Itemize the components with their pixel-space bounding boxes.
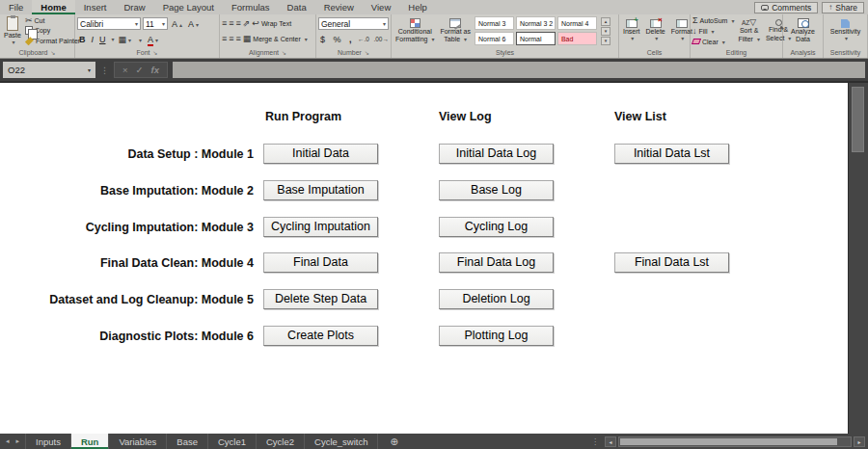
share-button[interactable]: ↑ Share: [822, 2, 864, 13]
plotting-log-button[interactable]: Plotting Log: [439, 326, 554, 346]
scroll-right-icon[interactable]: ▸: [854, 436, 865, 447]
sheet-tab-inputs[interactable]: Inputs: [25, 434, 71, 449]
name-box-dropdown-icon[interactable]: ▾: [88, 66, 91, 73]
final-data-log-button[interactable]: Final Data Log: [439, 252, 554, 273]
delete-cells-button[interactable]: Delete ▾: [644, 15, 667, 46]
style-normal-6[interactable]: Normal 6: [475, 32, 514, 45]
cancel-icon[interactable]: ×: [122, 65, 128, 75]
ribbon-tab-home[interactable]: Home: [32, 0, 74, 14]
ribbon-tab-review[interactable]: Review: [315, 0, 363, 14]
number-dialog-launcher[interactable]: ↘: [365, 50, 369, 56]
copy-button[interactable]: Copy: [25, 26, 80, 35]
final-data-button[interactable]: Final Data: [263, 252, 378, 273]
accounting-format-button[interactable]: $: [318, 35, 327, 44]
styles-scroll-up-button[interactable]: ▴: [601, 17, 610, 26]
fill-button[interactable]: ↓Fill▾: [692, 27, 734, 36]
merge-center-button[interactable]: ▦Merge & Center▾: [243, 35, 308, 43]
style-normal[interactable]: Normal: [516, 32, 556, 45]
decrease-font-size-button[interactable]: A▾: [186, 19, 201, 29]
create-plots-button[interactable]: Create Plots: [263, 326, 378, 346]
cycling-log-button[interactable]: Cycling Log: [439, 217, 554, 237]
sheet-nav-left-icon[interactable]: ◂: [6, 437, 10, 445]
percent-style-button[interactable]: %: [332, 35, 343, 44]
initial-data-lst-button[interactable]: Initial Data Lst: [614, 144, 729, 164]
align-bottom-icon[interactable]: ≡: [236, 19, 241, 28]
align-middle-icon[interactable]: ≡: [229, 19, 233, 28]
ribbon-tab-view[interactable]: View: [363, 0, 399, 14]
align-center-icon[interactable]: ≡: [229, 35, 233, 43]
new-sheet-icon[interactable]: ⊕: [378, 434, 409, 449]
scroll-left-icon[interactable]: ◂: [605, 436, 616, 447]
enter-icon[interactable]: ✓: [136, 65, 144, 75]
ribbon-tab-file[interactable]: File: [0, 0, 32, 14]
bold-button[interactable]: B: [77, 35, 88, 44]
styles-scroll-down-button[interactable]: ▾: [601, 27, 610, 36]
horizontal-scrollbar-track[interactable]: [618, 436, 852, 447]
sort-filter-button[interactable]: AZ▽ Sort & Filter ▾: [736, 15, 762, 46]
vertical-scrollbar-thumb[interactable]: [852, 87, 864, 152]
sheet-tab-run[interactable]: Run: [71, 434, 109, 449]
alignment-dialog-launcher[interactable]: ↘: [282, 50, 286, 56]
comma-style-button[interactable]: ,: [347, 35, 354, 44]
cycling-imputation-button[interactable]: Cycling Imputation: [263, 217, 378, 237]
initial-data-button[interactable]: Initial Data: [263, 144, 378, 164]
base-log-button[interactable]: Base Log: [439, 180, 554, 200]
sheet-tab-cycle1[interactable]: Cycle1: [208, 434, 257, 449]
ribbon-tab-draw[interactable]: Draw: [115, 0, 153, 14]
ribbon-tab-insert[interactable]: Insert: [75, 0, 116, 14]
font-name-select[interactable]: Calibri▾: [77, 17, 141, 30]
style-bad[interactable]: Bad: [557, 32, 597, 45]
deletion-log-button[interactable]: Deletion Log: [439, 289, 554, 309]
ribbon-tab-data[interactable]: Data: [279, 0, 315, 14]
paste-button[interactable]: Paste ▾: [2, 15, 23, 46]
font-color-button[interactable]: A▾: [146, 35, 160, 44]
align-left-icon[interactable]: ≡: [222, 35, 227, 43]
style-normal-3-2[interactable]: Normal 3 2: [516, 16, 556, 30]
sheet-nav-right-icon[interactable]: ▸: [16, 437, 20, 445]
delete-step-data-button[interactable]: Delete Step Data: [263, 289, 378, 309]
fill-color-button[interactable]: ▾: [135, 35, 144, 44]
underline-button[interactable]: U: [97, 35, 108, 44]
ribbon-tab-help[interactable]: Help: [399, 0, 436, 14]
align-right-icon[interactable]: ≡: [236, 35, 241, 43]
name-box[interactable]: O22 ▾: [3, 62, 95, 78]
base-imputation-button[interactable]: Base Imputation: [263, 180, 378, 200]
cut-button[interactable]: ✂ Cut: [25, 16, 80, 25]
clipboard-dialog-launcher[interactable]: ↘: [50, 50, 55, 56]
font-dialog-launcher[interactable]: ↘: [152, 50, 157, 56]
decrease-decimal-button[interactable]: .00→: [373, 36, 389, 42]
style-normal-3[interactable]: Normal 3: [475, 16, 514, 30]
increase-font-size-button[interactable]: A▴: [170, 19, 184, 29]
style-normal-4[interactable]: Normal 4: [557, 16, 597, 30]
number-format-select[interactable]: General▾: [318, 17, 389, 30]
italic-button[interactable]: I: [90, 35, 96, 44]
analyze-data-button[interactable]: Analyze Data: [789, 15, 817, 46]
initial-data-log-button[interactable]: Initial Data Log: [439, 144, 554, 164]
sheet-tab-cycle-switch[interactable]: Cycle_switch: [305, 434, 378, 449]
increase-decimal-button[interactable]: ←.0: [358, 36, 369, 42]
borders-button[interactable]: ▦▾: [117, 35, 134, 44]
sensitivity-button[interactable]: Sensitivity ▾: [828, 15, 863, 46]
wrap-text-button[interactable]: ↩Wrap Text: [252, 19, 291, 28]
scrollbar-resize-handle[interactable]: ⋮: [587, 437, 603, 446]
autosum-button[interactable]: ΣAutoSum▾: [692, 16, 734, 25]
horizontal-scrollbar-thumb[interactable]: [620, 438, 837, 445]
comments-button[interactable]: Comments: [754, 2, 818, 13]
sheet-tab-cycle2[interactable]: Cycle2: [257, 434, 305, 449]
clear-button[interactable]: Clear▾: [692, 39, 734, 45]
insert-function-icon[interactable]: fx: [151, 65, 159, 75]
styles-expand-button[interactable]: ▾: [601, 37, 610, 45]
align-top-icon[interactable]: ≡: [222, 19, 227, 28]
ribbon-tab-page-layout[interactable]: Page Layout: [154, 0, 223, 14]
format-as-table-button[interactable]: Format as Table ▾: [438, 15, 473, 46]
sheet-tab-variables[interactable]: Variables: [109, 434, 167, 449]
font-size-select[interactable]: 11▾: [143, 17, 168, 30]
vertical-scrollbar[interactable]: [848, 83, 868, 434]
conditional-formatting-button[interactable]: Conditional Formatting ▾: [393, 15, 436, 46]
sheet-tab-base[interactable]: Base: [167, 434, 208, 449]
formula-input[interactable]: [173, 62, 865, 78]
orientation-icon[interactable]: ⇗: [243, 19, 251, 28]
insert-cells-button[interactable]: Insert ▾: [621, 15, 642, 46]
final-data-lst-button[interactable]: Final Data Lst: [614, 252, 729, 273]
ribbon-tab-formulas[interactable]: Formulas: [223, 0, 279, 14]
